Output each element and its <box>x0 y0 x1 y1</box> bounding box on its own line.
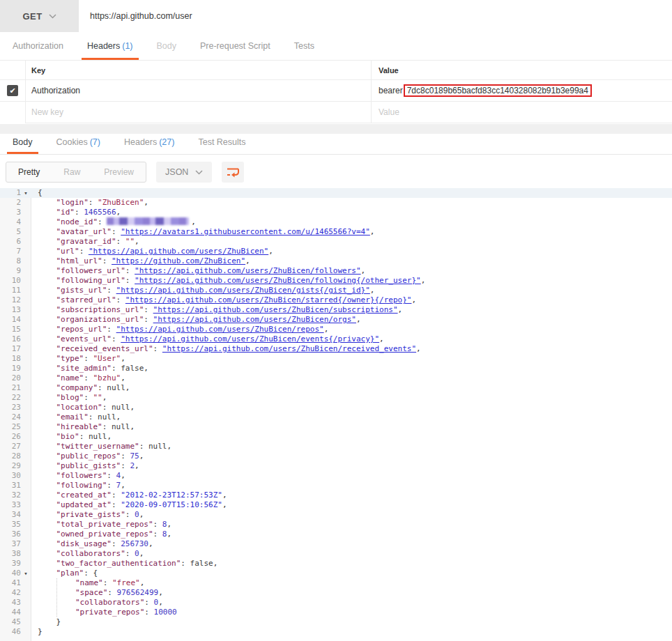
code-token: , <box>139 451 144 461</box>
language-label: JSON <box>165 167 188 177</box>
code-content: "blog": "", <box>31 393 107 403</box>
code-token: , <box>370 227 375 236</box>
fold-spacer <box>21 364 31 373</box>
code-token: , <box>411 295 416 304</box>
code-content: "owned_private_repos": 8, <box>31 530 171 539</box>
code-token: : <box>112 364 121 373</box>
code-token <box>38 198 56 207</box>
code-token <box>38 481 56 490</box>
code-line: 28 "public_repos": 75, <box>0 451 672 461</box>
code-line: 10 "following_url": "https://api.github.… <box>0 276 672 286</box>
code-token: "2012-02-23T12:57:53Z" <box>121 491 222 500</box>
code-content: "url": "https://api.github.com/users/Zhu… <box>31 247 273 256</box>
url-input[interactable]: https://api.github.com/user <box>79 0 672 32</box>
code-token: : <box>144 598 153 607</box>
code-token: : <box>153 344 162 353</box>
tab-tests[interactable]: Tests <box>289 41 320 60</box>
code-line: 37 "disk_usage": 256730, <box>0 539 672 549</box>
code-token: : <box>102 256 112 265</box>
code-line: 35 "total_private_repos": 8, <box>0 520 672 530</box>
code-content: "type": "User", <box>31 354 125 364</box>
view-raw-button[interactable]: Raw <box>52 162 92 182</box>
code-content: "id": 1465566, <box>31 208 121 217</box>
code-line: 6 "gravatar_id": "", <box>0 237 672 247</box>
tab-body[interactable]: Body <box>151 41 183 60</box>
fold-spacer <box>21 510 31 520</box>
code-token: 0 <box>135 549 139 558</box>
code-token <box>38 461 56 470</box>
language-dropdown[interactable]: JSON <box>156 162 212 183</box>
code-token: "following_url" <box>56 276 125 285</box>
code-content: "email": null, <box>31 412 121 422</box>
view-pretty-button[interactable]: Pretty <box>6 162 52 182</box>
code-token: "type" <box>56 354 84 363</box>
code-token <box>38 569 56 578</box>
code-token: "hireable" <box>56 422 102 431</box>
code-token: "email" <box>56 412 89 422</box>
code-token: "name" <box>75 578 103 587</box>
code-token: "gists_url" <box>56 286 107 295</box>
line-number: 26 <box>0 432 21 442</box>
tab-headers[interactable]: Headers(1) <box>82 41 139 60</box>
code-token: , <box>158 588 163 597</box>
tab-response-headers[interactable]: Headers(27) <box>119 137 180 154</box>
code-token <box>38 325 56 334</box>
code-token: : <box>125 266 135 275</box>
code-line: 45 } <box>0 617 672 627</box>
code-token: "avatar_url" <box>56 227 112 236</box>
fold-spacer <box>21 422 31 432</box>
code-token: "private_gists" <box>56 510 125 519</box>
fold-spacer <box>21 471 31 481</box>
new-value-input[interactable]: Value <box>371 102 672 123</box>
new-key-input[interactable]: New key <box>25 102 371 123</box>
header-value-field[interactable]: bearer 7dc8c0189b65bacfd83cc140328082b91… <box>371 80 672 102</box>
code-token <box>38 588 56 597</box>
wrap-text-button[interactable] <box>222 162 244 183</box>
code-token: , <box>135 237 139 246</box>
code-token: "owned_private_repos" <box>56 530 153 539</box>
code-token: , <box>139 510 144 519</box>
code-content: "subscriptions_url": "https://api.github… <box>31 305 402 315</box>
view-preview-button[interactable]: Preview <box>92 162 146 182</box>
code-content: "space": 976562499, <box>31 588 163 598</box>
tab-response-body[interactable]: Body <box>7 137 38 154</box>
header-key-field[interactable]: Authorization <box>25 80 371 102</box>
code-token: "location" <box>56 403 102 412</box>
code-token: "twitter_username" <box>56 442 139 451</box>
code-token <box>38 432 56 441</box>
code-token: : <box>107 588 116 597</box>
code-content: "plan": { <box>31 569 98 578</box>
fold-arrow-icon[interactable]: ▾ <box>21 188 31 198</box>
code-token <box>38 276 56 285</box>
code-token <box>38 344 56 353</box>
code-token: "https://api.github.com/users/ZhuBicen/r… <box>116 325 324 334</box>
tab-pre-request-script[interactable]: Pre-request Script <box>194 41 276 60</box>
tab-test-results[interactable]: Test Results <box>192 137 251 154</box>
code-line: 13 "subscriptions_url": "https://api.git… <box>0 305 672 315</box>
tab-cookies[interactable]: Cookies(7) <box>51 137 106 154</box>
code-line: 23 "location": null, <box>0 403 672 412</box>
code-content: "avatar_url": "https://avatars1.githubus… <box>31 227 374 237</box>
code-token: false <box>190 559 213 568</box>
fold-spacer <box>21 208 31 217</box>
code-token <box>38 286 56 295</box>
code-content: "followers_url": "https://api.github.com… <box>31 266 365 276</box>
code-token: , <box>135 461 139 470</box>
code-token: , <box>167 442 171 451</box>
fold-arrow-icon[interactable]: ▾ <box>21 569 31 578</box>
line-number: 32 <box>0 491 21 500</box>
code-token: , <box>268 247 273 256</box>
code-token: "private_repos" <box>75 608 144 617</box>
code-token: , <box>370 286 375 295</box>
header-enabled-checkbox[interactable]: ✔ <box>7 85 18 96</box>
code-line: 38 "collaborators": 0, <box>0 549 672 559</box>
code-token: : <box>112 227 121 236</box>
bearer-prefix: bearer <box>379 86 403 95</box>
code-token: : <box>125 549 135 558</box>
response-body-json[interactable]: 1▾{2 "login": "ZhuBicen",3 "id": 1465566… <box>0 188 672 641</box>
method-dropdown[interactable]: GET <box>0 0 79 32</box>
fold-spacer <box>21 295 31 305</box>
tab-authorization[interactable]: Authorization <box>7 41 69 60</box>
line-number: 33 <box>0 500 21 510</box>
fold-spacer <box>21 334 31 344</box>
